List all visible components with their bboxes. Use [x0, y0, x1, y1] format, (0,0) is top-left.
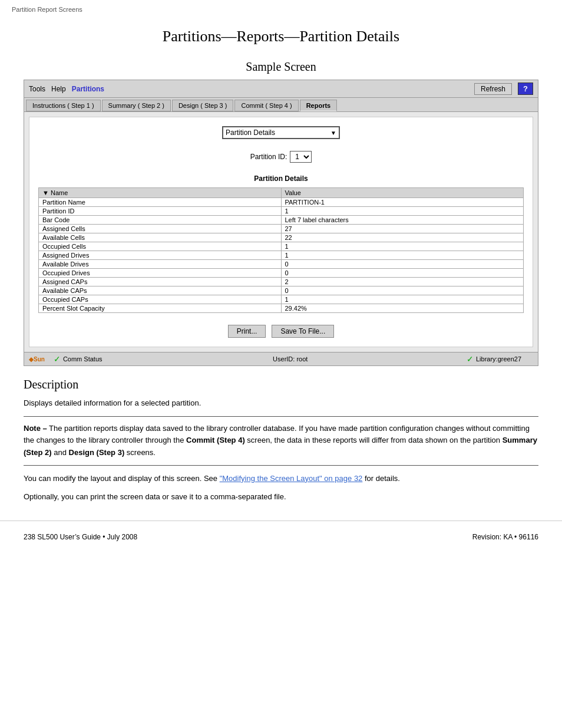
dropdown-row: Partition Details ▼ — [38, 126, 524, 139]
save-to-file-button[interactable]: Save To File... — [272, 325, 334, 338]
table-row: Bar CodeLeft 7 label characters — [39, 216, 524, 225]
modify-layout-link[interactable]: "Modifying the Screen Layout" on page 32 — [220, 474, 363, 483]
table-row: Available CAPs0 — [39, 286, 524, 295]
dropdown-arrow-icon: ▼ — [330, 130, 336, 136]
table-cell-value: 1 — [281, 251, 524, 260]
table-row: Available Drives0 — [39, 260, 524, 269]
table-cell-name: Percent Slot Capacity — [39, 304, 282, 313]
note-bold-label: Note – — [24, 424, 47, 433]
table-cell-value: 27 — [281, 225, 524, 233]
print-button[interactable]: Print... — [228, 325, 266, 338]
partitions-menu[interactable]: Partitions — [72, 85, 104, 93]
refresh-button[interactable]: Refresh — [474, 83, 512, 95]
value-column-header[interactable]: Value — [281, 188, 524, 198]
library-label: Library:green27 — [476, 355, 521, 363]
name-column-header[interactable]: ▼ Name — [39, 188, 282, 198]
tabs-bar: Instructions ( Step 1 ) Summary ( Step 2… — [24, 98, 538, 112]
table-row: Percent Slot Capacity29.42% — [39, 304, 524, 313]
tab-summary[interactable]: Summary ( Step 2 ) — [102, 100, 171, 111]
commit-bold: Commit (Step 4) — [186, 436, 245, 444]
footer-right: Revision: KA • 96116 — [472, 533, 538, 541]
table-cell-value: 1 — [281, 242, 524, 251]
partition-details-heading: Partition Details — [38, 174, 524, 183]
partition-id-label: Partition ID: — [250, 153, 287, 161]
table-cell-value: PARTITION-1 — [281, 198, 524, 207]
tab-commit[interactable]: Commit ( Step 4 ) — [234, 100, 298, 111]
table-cell-value: 2 — [281, 278, 524, 286]
table-row: Assigned Cells27 — [39, 225, 524, 233]
table-cell-name: Bar Code — [39, 216, 282, 225]
table-cell-name: Available CAPs — [39, 286, 282, 295]
table-row: Partition ID1 — [39, 207, 524, 216]
name-header-label: Name — [51, 189, 68, 196]
comm-status-label: Comm Status — [63, 355, 103, 363]
library-status-icon: ✓ — [467, 354, 474, 364]
toolbar: Tools Help Partitions Refresh ? — [24, 80, 538, 98]
table-row: Partition NamePARTITION-1 — [39, 198, 524, 207]
design-bold: Design (Step 3) — [69, 448, 125, 457]
tools-menu[interactable]: Tools — [29, 85, 45, 93]
table-row: Occupied CAPs1 — [39, 295, 524, 304]
optional-text: Optionally, you can print the screen dat… — [24, 491, 538, 503]
report-type-dropdown[interactable]: Partition Details ▼ — [222, 126, 340, 139]
description-title: Description — [24, 378, 538, 391]
table-cell-value: 29.42% — [281, 304, 524, 313]
table-cell-name: Available Drives — [39, 260, 282, 269]
sort-arrow-icon: ▼ — [42, 189, 49, 196]
table-cell-name: Occupied Drives — [39, 269, 282, 278]
help-button[interactable]: ? — [518, 83, 533, 95]
table-row: Assigned CAPs2 — [39, 278, 524, 286]
value-header-label: Value — [285, 189, 301, 196]
table-cell-value: 0 — [281, 269, 524, 278]
dropdown-value: Partition Details — [226, 129, 275, 137]
partition-id-row: Partition ID: 1 — [38, 151, 524, 163]
tab-reports[interactable]: Reports — [300, 100, 338, 111]
details-table: ▼ Name Value Partition NamePARTITION-1Pa… — [38, 187, 524, 313]
description-text: Displays detailed information for a sele… — [24, 397, 538, 409]
table-cell-name: Available Cells — [39, 233, 282, 242]
sample-screen-title: Sample Screen — [0, 51, 562, 80]
help-menu[interactable]: Help — [51, 85, 66, 93]
sun-logo: ◆Sun — [29, 356, 45, 363]
table-cell-name: Partition Name — [39, 198, 282, 207]
modify-text: You can modify the layout and display of… — [24, 474, 220, 483]
table-cell-value: 1 — [281, 207, 524, 216]
breadcrumb: Partition Report Screens — [0, 0, 562, 16]
table-cell-name: Occupied CAPs — [39, 295, 282, 304]
table-cell-name: Assigned CAPs — [39, 278, 282, 286]
table-cell-value: 0 — [281, 286, 524, 295]
page-footer: 238 SL500 User’s Guide • July 2008 Revis… — [0, 521, 562, 553]
table-cell-value: 22 — [281, 233, 524, 242]
tab-design[interactable]: Design ( Step 3 ) — [172, 100, 234, 111]
status-bar: ◆Sun ✓ Comm Status UserID: root ✓ Librar… — [24, 352, 538, 365]
table-row: Occupied Cells1 — [39, 242, 524, 251]
buttons-row: Print... Save To File... — [38, 325, 524, 338]
library-status: ✓ Library:green27 — [467, 354, 521, 364]
table-cell-name: Assigned Drives — [39, 251, 282, 260]
modify-text-paragraph: You can modify the layout and display of… — [24, 473, 538, 485]
note-end: screens. — [124, 448, 156, 457]
user-id-label: UserID: root — [273, 355, 308, 363]
comm-status: ✓ Comm Status — [54, 354, 103, 364]
footer-left: 238 SL500 User’s Guide • July 2008 — [24, 533, 137, 541]
table-cell-value: Left 7 label characters — [281, 216, 524, 225]
note-text-2: screen, the data in these reports will d… — [245, 436, 503, 444]
partition-id-select[interactable]: 1 — [290, 151, 312, 163]
table-cell-name: Occupied Cells — [39, 242, 282, 251]
comm-status-icon: ✓ — [54, 354, 61, 364]
table-cell-name: Assigned Cells — [39, 225, 282, 233]
table-row: Assigned Drives1 — [39, 251, 524, 260]
note-paragraph: Note – The partition reports display dat… — [24, 423, 538, 459]
sample-screen: Tools Help Partitions Refresh ? Instruct… — [24, 80, 538, 366]
table-cell-value: 1 — [281, 295, 524, 304]
modify-end: for details. — [362, 474, 400, 483]
table-cell-name: Partition ID — [39, 207, 282, 216]
table-row: Occupied Drives0 — [39, 269, 524, 278]
and-text: and — [52, 448, 69, 457]
description-section: Description Displays detailed informatio… — [24, 378, 538, 503]
page-title: Partitions—Reports—Partition Details — [0, 28, 562, 45]
table-cell-value: 0 — [281, 260, 524, 269]
table-row: Available Cells22 — [39, 233, 524, 242]
tab-instructions[interactable]: Instructions ( Step 1 ) — [26, 100, 101, 111]
main-content: Partition Details ▼ Partition ID: 1 Part… — [29, 117, 533, 347]
